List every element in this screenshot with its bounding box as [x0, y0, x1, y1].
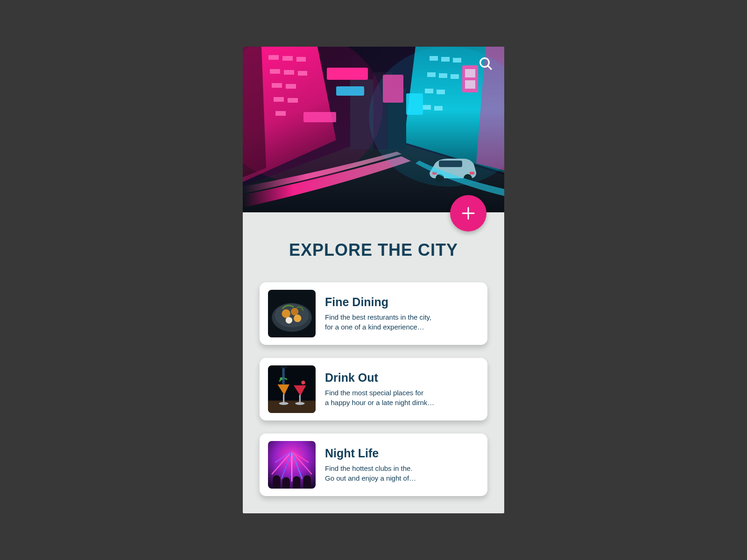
- card-description: Find the best resturants in the city, fo…: [325, 313, 479, 332]
- svg-line-46: [488, 66, 491, 69]
- svg-point-51: [275, 304, 309, 328]
- card-drink-out[interactable]: Drink Out Find the most special places f…: [260, 358, 487, 420]
- card-body: Drink Out Find the most special places f…: [325, 371, 479, 407]
- card-thumbnail: [268, 290, 316, 337]
- card-body: Night Life Find the hottest clubs in the…: [325, 447, 479, 483]
- svg-point-63: [301, 381, 305, 385]
- card-description: Find the most special places for a happy…: [325, 388, 479, 407]
- svg-point-55: [286, 317, 292, 323]
- app-screen: EXPLORE THE CITY Fine Dining Find the be: [243, 47, 504, 513]
- svg-rect-57: [268, 400, 316, 413]
- card-title: Night Life: [325, 447, 479, 460]
- svg-rect-61: [299, 395, 301, 402]
- svg-rect-75: [273, 480, 280, 489]
- hero-image: [243, 47, 504, 212]
- card-description: Find the hottest clubs in the. Go out an…: [325, 464, 479, 483]
- svg-point-53: [291, 308, 298, 315]
- card-thumbnail: [268, 365, 316, 413]
- svg-rect-79: [293, 481, 300, 489]
- page-title: EXPLORE THE CITY: [260, 240, 487, 260]
- card-body: Fine Dining Find the best resturants in …: [325, 295, 479, 332]
- search-icon: [478, 56, 493, 71]
- svg-point-52: [282, 309, 290, 318]
- card-title: Drink Out: [325, 371, 479, 385]
- svg-rect-77: [282, 482, 290, 489]
- night-life-image: [268, 441, 316, 489]
- card-night-life[interactable]: Night Life Find the hottest clubs in the…: [260, 434, 487, 496]
- drink-out-image: [268, 365, 316, 413]
- content-area: EXPLORE THE CITY Fine Dining Find the be: [243, 212, 504, 513]
- neon-city-illustration: [243, 47, 504, 212]
- svg-rect-65: [281, 365, 287, 368]
- fine-dining-image: [268, 290, 316, 337]
- card-thumbnail: [268, 441, 316, 489]
- svg-rect-81: [303, 480, 310, 489]
- plus-icon: [460, 205, 477, 222]
- add-button[interactable]: [450, 195, 486, 231]
- card-fine-dining[interactable]: Fine Dining Find the best resturants in …: [260, 282, 487, 345]
- card-title: Fine Dining: [325, 295, 479, 309]
- search-button[interactable]: [477, 55, 494, 72]
- svg-point-62: [295, 402, 304, 405]
- svg-point-54: [294, 315, 301, 322]
- svg-rect-58: [283, 394, 284, 402]
- svg-point-59: [279, 402, 288, 405]
